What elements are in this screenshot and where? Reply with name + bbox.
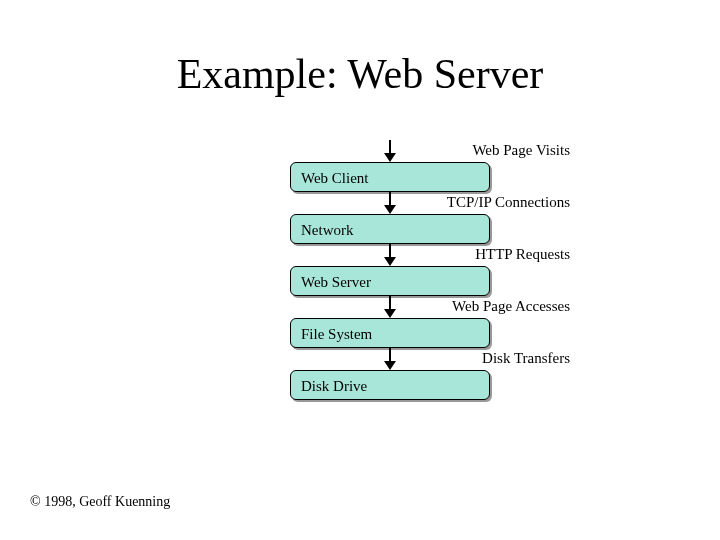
flow-label-0: Web Page Visits	[472, 142, 570, 159]
copyright-footer: © 1998, Geoff Kuenning	[30, 494, 170, 510]
flow-label-1: TCP/IP Connections	[447, 194, 570, 211]
flow-label-2: HTTP Requests	[475, 246, 570, 263]
layer-box-4: Disk Drive	[290, 370, 490, 400]
layer-box-1: Network	[290, 214, 490, 244]
down-arrow-icon	[384, 192, 396, 214]
flow-label-3: Web Page Accesses	[452, 298, 570, 315]
down-arrow-icon	[384, 140, 396, 162]
down-arrow-icon	[384, 348, 396, 370]
layer-box-2: Web Server	[290, 266, 490, 296]
layer-box-0: Web Client	[290, 162, 490, 192]
flow-arrow-3: Web Page Accesses	[230, 296, 550, 318]
diagram-container: Web Page Visits Web Client TCP/IP Connec…	[230, 140, 550, 400]
layer-box-3: File System	[290, 318, 490, 348]
down-arrow-icon	[384, 296, 396, 318]
flow-arrow-0: Web Page Visits	[230, 140, 550, 162]
flow-arrow-1: TCP/IP Connections	[230, 192, 550, 214]
flow-arrow-2: HTTP Requests	[230, 244, 550, 266]
down-arrow-icon	[384, 244, 396, 266]
flow-label-4: Disk Transfers	[482, 350, 570, 367]
slide-title: Example: Web Server	[0, 50, 720, 98]
flow-arrow-4: Disk Transfers	[230, 348, 550, 370]
